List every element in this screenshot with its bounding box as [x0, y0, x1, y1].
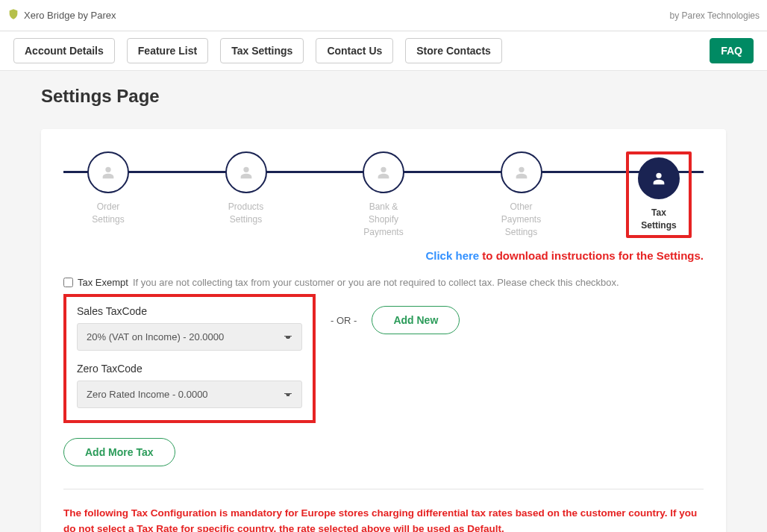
tax-exempt-label: Tax Exempt: [78, 277, 128, 288]
person-icon: [513, 164, 530, 181]
by-text: by Parex Technologies: [669, 10, 760, 21]
step-label-line: Settings: [228, 213, 263, 226]
step-label-line: Other: [501, 201, 541, 213]
step-other-payments-settings[interactable]: Other Payments Settings: [477, 151, 566, 238]
feature-list-button[interactable]: Feature List: [127, 38, 208, 63]
divider: [63, 489, 704, 489]
person-icon: [238, 164, 254, 181]
tax-exempt-checkbox[interactable]: [63, 278, 73, 287]
shield-icon: [7, 8, 19, 22]
stepper: Order Settings Products Settings Ban: [63, 151, 704, 238]
step-label-line: Settings: [92, 213, 124, 226]
step-label-line: Shopify: [363, 213, 403, 226]
person-icon: [375, 164, 392, 181]
or-separator: - OR -: [331, 315, 357, 326]
step-label-line: Payments: [501, 213, 541, 226]
zero-taxcode-label: Zero TaxCode: [77, 363, 302, 375]
step-label-line: Tax: [641, 207, 676, 219]
step-label-line: Bank &: [363, 201, 403, 213]
page-title: Settings Page: [41, 86, 726, 107]
step-label-line: Payments: [363, 226, 403, 239]
step-order-settings[interactable]: Order Settings: [63, 151, 153, 226]
person-icon: [651, 170, 667, 187]
sales-taxcode-label: Sales TaxCode: [77, 305, 302, 317]
step-label-line: Order: [92, 201, 124, 213]
highlight-box: Tax Settings: [626, 151, 692, 238]
tax-exempt-hint: If you are not collecting tax from your …: [133, 277, 619, 288]
download-instructions-text: to download instructions for the Setting…: [479, 249, 704, 262]
add-new-button[interactable]: Add New: [372, 306, 460, 334]
person-icon: [100, 164, 116, 181]
store-contacts-button[interactable]: Store Contacts: [405, 38, 502, 63]
sales-taxcode-select[interactable]: 20% (VAT on Income) - 20.0000: [77, 323, 302, 351]
download-instructions-link[interactable]: Click here: [425, 249, 479, 262]
tax-settings-button[interactable]: Tax Settings: [220, 38, 304, 63]
contact-us-button[interactable]: Contact Us: [316, 38, 393, 63]
step-label-line: Settings: [641, 219, 676, 232]
step-products-settings[interactable]: Products Settings: [201, 151, 291, 226]
step-tax-settings[interactable]: Tax Settings: [614, 151, 704, 238]
zero-taxcode-select[interactable]: Zero Rated Income - 0.0000: [77, 381, 302, 408]
step-label-line: Settings: [501, 226, 541, 239]
settings-card: Order Settings Products Settings Ban: [41, 129, 726, 532]
top-bar: Xero Bridge by Parex by Parex Technologi…: [0, 0, 767, 31]
account-details-button[interactable]: Account Details: [13, 38, 115, 63]
nav-row: Account Details Feature List Tax Setting…: [0, 31, 767, 71]
step-label-line: Products: [228, 201, 263, 213]
europe-mandatory-text: The following Tax Configuration is manda…: [63, 506, 704, 532]
add-more-tax-button[interactable]: Add More Tax: [63, 438, 175, 466]
step-bank-shopify-payments[interactable]: Bank & Shopify Payments: [339, 151, 428, 238]
highlight-box: Sales TaxCode 20% (VAT on Income) - 20.0…: [63, 294, 316, 423]
app-title: Xero Bridge by Parex: [24, 10, 116, 21]
faq-button[interactable]: FAQ: [710, 38, 754, 63]
